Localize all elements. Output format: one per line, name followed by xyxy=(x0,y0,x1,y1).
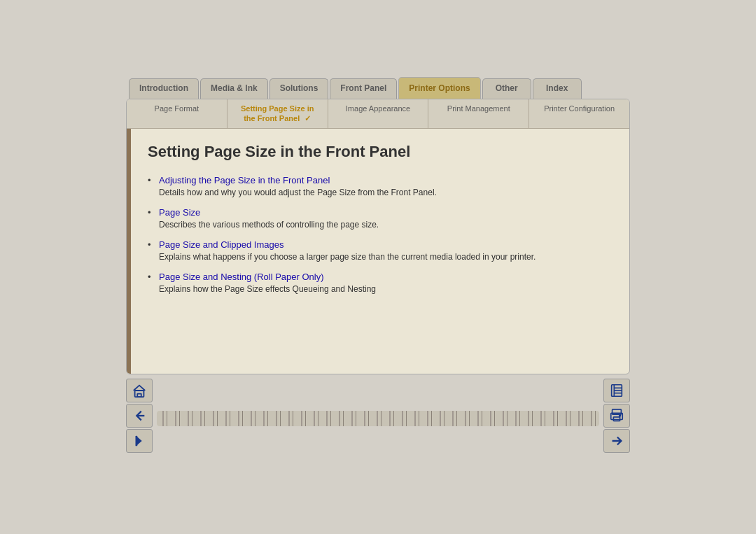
sub-tab-print-management[interactable]: Print Management xyxy=(428,99,529,128)
home-button[interactable] xyxy=(126,379,153,402)
link-adjusting[interactable]: Adjusting the Page Size in the Front Pan… xyxy=(159,175,612,185)
print-icon xyxy=(609,408,624,423)
spiral-binding xyxy=(157,411,599,426)
svg-rect-10 xyxy=(613,416,620,421)
link-nesting[interactable]: Page Size and Nesting (Roll Paper Only) xyxy=(159,272,612,282)
book-icon xyxy=(609,383,624,398)
sub-tab-image-appearance[interactable]: Image Appearance xyxy=(328,99,429,128)
forward-button[interactable] xyxy=(126,429,153,453)
sub-tab-page-format[interactable]: Page Format xyxy=(127,99,227,128)
tab-solutions[interactable]: Solutions xyxy=(270,78,329,99)
bottom-nav xyxy=(126,374,630,457)
right-nav-buttons xyxy=(603,379,630,453)
tab-media-ink[interactable]: Media & Ink xyxy=(200,78,268,99)
list-item: Page Size and Nesting (Roll Paper Only) … xyxy=(148,272,612,294)
book-button[interactable] xyxy=(603,379,630,402)
list-item: Adjusting the Page Size in the Front Pan… xyxy=(148,175,612,197)
arrow-right-icon xyxy=(609,433,624,449)
item-desc: Details how and why you would adjust the… xyxy=(159,188,437,197)
link-clipped-images[interactable]: Page Size and Clipped Images xyxy=(159,239,612,250)
tab-other[interactable]: Other xyxy=(482,78,531,99)
page-title: Setting Page Size in the Front Panel xyxy=(148,143,612,161)
item-desc: Describes the various methods of control… xyxy=(159,220,379,230)
link-page-size[interactable]: Page Size xyxy=(159,207,612,218)
back-icon xyxy=(132,408,147,423)
tab-introduction[interactable]: Introduction xyxy=(129,78,199,99)
tab-front-panel[interactable]: Front Panel xyxy=(330,78,397,99)
sub-nav: Page Format Setting Page Size in the Fro… xyxy=(127,99,629,129)
svg-rect-1 xyxy=(137,393,141,397)
list-item: Page Size Describes the various methods … xyxy=(148,207,612,230)
item-desc: Explains what happens if you choose a la… xyxy=(159,252,536,262)
list-item: Page Size and Clipped Images Explains wh… xyxy=(148,239,612,262)
content-area: Setting Page Size in the Front Panel Adj… xyxy=(131,129,629,374)
main-area: Page Format Setting Page Size in the Fro… xyxy=(126,99,630,374)
sub-tab-printer-configuration[interactable]: Printer Configuration xyxy=(529,99,629,128)
check-mark: ✓ xyxy=(304,114,311,122)
tab-printer-options[interactable]: Printer Options xyxy=(398,77,480,99)
item-desc: Explains how the Page Size effects Queue… xyxy=(159,284,376,294)
top-nav: Introduction Media & Ink Solutions Front… xyxy=(129,77,630,99)
content-body: Setting Page Size in the Front Panel Adj… xyxy=(127,129,629,374)
svg-rect-2 xyxy=(136,435,138,446)
sub-tab-setting-page-size[interactable]: Setting Page Size in the Front Panel ✓ xyxy=(227,99,328,128)
home-icon xyxy=(132,383,147,398)
app-container: Introduction Media & Ink Solutions Front… xyxy=(126,77,630,456)
tab-index[interactable]: Index xyxy=(533,78,582,99)
forward-icon xyxy=(132,433,147,449)
print-button[interactable] xyxy=(603,404,630,428)
item-list: Adjusting the Page Size in the Front Pan… xyxy=(148,175,612,294)
svg-point-11 xyxy=(620,415,621,416)
next-button[interactable] xyxy=(603,429,630,453)
left-nav-buttons xyxy=(126,379,153,453)
back-button[interactable] xyxy=(126,404,153,428)
